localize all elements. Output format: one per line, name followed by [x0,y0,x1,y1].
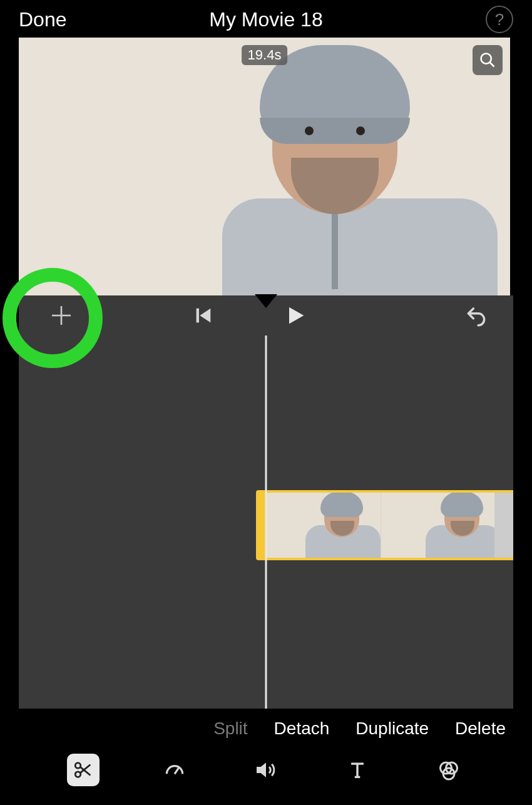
svg-marker-5 [200,309,210,323]
header-bar: Done My Movie 18 ? [0,0,532,38]
add-media-button[interactable] [49,303,74,328]
speaker-icon [253,757,279,782]
clip-thumbnail [267,493,381,558]
text-icon [347,759,368,781]
clip-thumbnail [381,493,494,558]
zoom-button[interactable] [473,45,503,75]
timeline[interactable] [19,336,513,709]
speed-tool[interactable] [158,754,191,786]
project-title: My Movie 18 [209,8,322,31]
volume-tool[interactable] [250,754,282,786]
playhead-marker-icon [255,294,277,308]
edit-toolbar [0,746,532,790]
undo-button[interactable] [464,304,488,327]
svg-line-1 [490,63,494,67]
svg-rect-4 [197,309,199,323]
playback-controls [19,295,513,336]
scissors-icon [73,759,94,781]
filters-tool[interactable] [432,754,465,786]
clip-duration-badge: 19.4s [242,45,288,65]
detach-button[interactable]: Detach [274,719,330,739]
go-to-start-button[interactable] [193,305,214,326]
split-button[interactable]: Split [213,719,247,739]
delete-button[interactable]: Delete [455,719,506,739]
filters-icon [437,759,460,781]
svg-marker-6 [289,307,304,324]
cut-tool[interactable] [67,754,100,786]
play-icon [283,303,308,328]
undo-icon [464,304,488,327]
magnify-icon [479,51,496,69]
svg-line-11 [175,768,178,774]
playhead-line[interactable] [265,336,267,709]
video-preview[interactable]: 19.4s [19,38,510,295]
plus-icon [49,303,74,328]
clip-actions: Split Detach Duplicate Delete [0,709,532,746]
titles-tool[interactable] [341,754,374,786]
selected-clip[interactable] [264,490,513,560]
previous-icon [193,305,214,326]
duplicate-button[interactable]: Duplicate [356,719,429,739]
help-button[interactable]: ? [486,6,513,33]
done-button[interactable]: Done [19,8,67,31]
help-icon: ? [495,10,504,29]
svg-point-0 [481,54,491,64]
preview-frame-content [197,39,510,295]
svg-marker-12 [257,762,266,777]
speedometer-icon [163,758,187,782]
play-button[interactable] [283,303,308,328]
